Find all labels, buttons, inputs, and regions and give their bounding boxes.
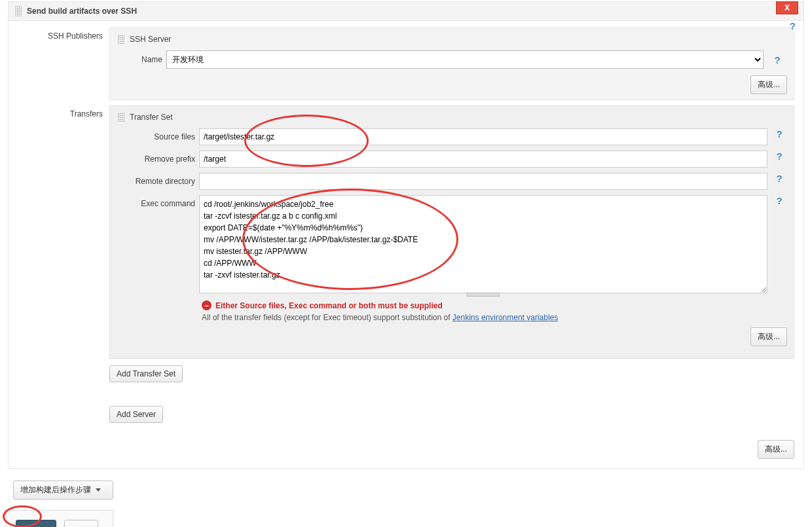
ssh-server-title: SSH Server (117, 33, 787, 50)
transfer-set-panel: Transfer Set Source files ? Remove prefi… (109, 105, 794, 359)
remote-directory-input[interactable] (199, 173, 767, 190)
help-icon[interactable]: ? (771, 151, 787, 162)
save-button[interactable]: 保存 (16, 520, 56, 527)
exec-command-label: Exec command (117, 195, 195, 208)
add-transfer-set-button[interactable]: Add Transfer Set (109, 365, 183, 382)
remote-directory-label: Remote directory (117, 173, 195, 186)
server-name-select[interactable]: 开发环境 (166, 50, 764, 69)
help-icon[interactable]: ? (771, 128, 787, 139)
advanced-button[interactable]: 高级... (758, 440, 794, 459)
transfer-set-title: Transfer Set (117, 111, 787, 128)
remove-prefix-input[interactable] (199, 151, 767, 168)
env-vars-link[interactable]: Jenkins environment variables (452, 313, 558, 322)
resize-grip-icon[interactable] (467, 293, 500, 297)
transfers-label: Transfers (18, 105, 103, 382)
drag-handle-icon[interactable] (118, 35, 124, 44)
error-message: − Either Source files, Exec command or b… (202, 300, 787, 310)
remove-prefix-label: Remove prefix (117, 151, 195, 164)
help-icon[interactable]: ? (771, 195, 787, 206)
help-icon[interactable]: ? (790, 20, 796, 31)
section-title: Send build artifacts over SSH (27, 7, 137, 16)
add-post-build-button[interactable]: 增加构建后操作步骤 (13, 481, 113, 500)
ssh-publishers-label: SSH Publishers (18, 27, 103, 100)
ssh-server-panel: SSH Server Name 开发环境 ? 高级... (109, 27, 794, 100)
help-icon[interactable]: ? (771, 173, 787, 184)
advanced-button[interactable]: 高级... (750, 75, 787, 94)
ssh-publish-section: Send build artifacts over SSH X ? SSH Pu… (8, 1, 804, 469)
source-files-label: Source files (117, 128, 195, 141)
drag-handle-icon[interactable] (15, 6, 22, 16)
note-text: All of the transfer fields (except for E… (202, 313, 787, 322)
help-icon[interactable]: ? (767, 54, 787, 65)
error-icon: − (202, 300, 212, 310)
footer-actions: 保存 Apply (6, 510, 113, 527)
apply-button[interactable]: Apply (64, 520, 98, 527)
add-server-button[interactable]: Add Server (109, 406, 163, 423)
source-files-input[interactable] (199, 128, 767, 145)
drag-handle-icon[interactable] (118, 113, 124, 122)
chevron-down-icon (96, 488, 101, 492)
close-icon[interactable]: X (776, 1, 798, 14)
section-header: Send build artifacts over SSH (9, 2, 803, 21)
exec-command-textarea[interactable] (199, 195, 767, 293)
name-label: Name (117, 55, 162, 64)
advanced-button[interactable]: 高级... (750, 327, 787, 346)
